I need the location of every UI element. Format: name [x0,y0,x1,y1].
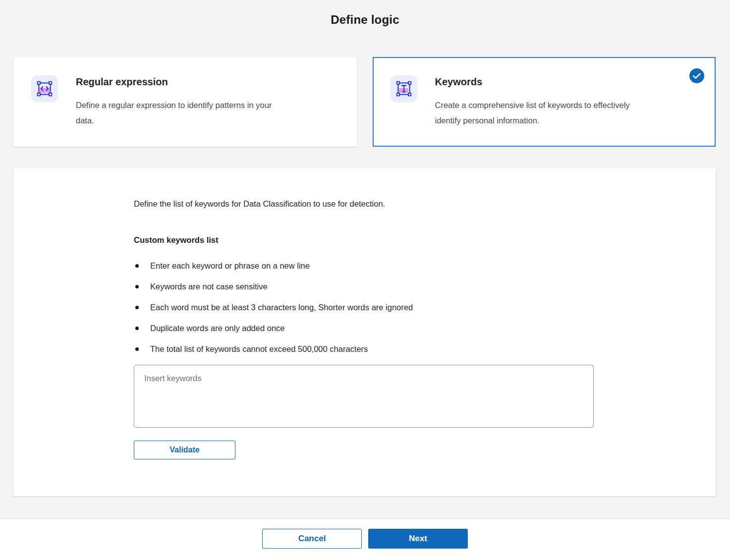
rule-item: Duplicate words are only added once [134,323,716,334]
footer-bar: Cancel Next [0,518,730,560]
bullet-icon [135,327,139,330]
next-button[interactable]: Next [368,529,468,549]
bullet-icon [135,347,139,351]
panel-intro: Define the list of keywords for Data Cla… [134,198,716,209]
bullet-icon [135,285,139,288]
rule-item: Enter each keyword or phrase on a new li… [134,260,716,271]
option-card-body: Keywords Create a comprehensive list of … [435,75,633,146]
text-selection-frame-icon [391,75,417,102]
keywords-textarea[interactable] [134,365,594,428]
rule-item: Each word must be at least 3 characters … [134,302,716,313]
rules-title: Custom keywords list [134,234,716,245]
rule-text: Each word must be at least 3 characters … [150,302,413,313]
validate-button[interactable]: Validate [134,441,235,459]
page-title: Define logic [0,13,730,27]
selected-check-icon [689,68,704,83]
option-description: Create a comprehensive list of keywords … [435,98,633,128]
cancel-button[interactable]: Cancel [262,529,362,549]
rules-list: Enter each keyword or phrase on a new li… [134,260,716,354]
option-title: Keywords [435,76,633,88]
option-card-keywords[interactable]: Keywords Create a comprehensive list of … [373,57,716,147]
option-card-regular-expression[interactable]: Regular expression Define a regular expr… [13,57,357,147]
option-card-body: Regular expression Define a regular expr… [76,75,274,147]
rule-item: Keywords are not case sensitive [134,281,716,292]
code-selection-frame-icon [31,75,58,102]
bullet-icon [135,264,139,268]
bullet-icon [135,306,139,309]
option-title: Regular expression [76,76,274,88]
rule-text: The total list of keywords cannot exceed… [150,343,368,354]
option-description: Define a regular expression to identify … [76,98,274,128]
rule-text: Duplicate words are only added once [150,323,285,334]
rule-item: The total list of keywords cannot exceed… [134,343,716,354]
rule-text: Keywords are not case sensitive [150,281,268,292]
keywords-definition-panel: Define the list of keywords for Data Cla… [13,168,716,496]
logic-option-cards: Regular expression Define a regular expr… [13,57,716,147]
rule-text: Enter each keyword or phrase on a new li… [150,260,310,271]
